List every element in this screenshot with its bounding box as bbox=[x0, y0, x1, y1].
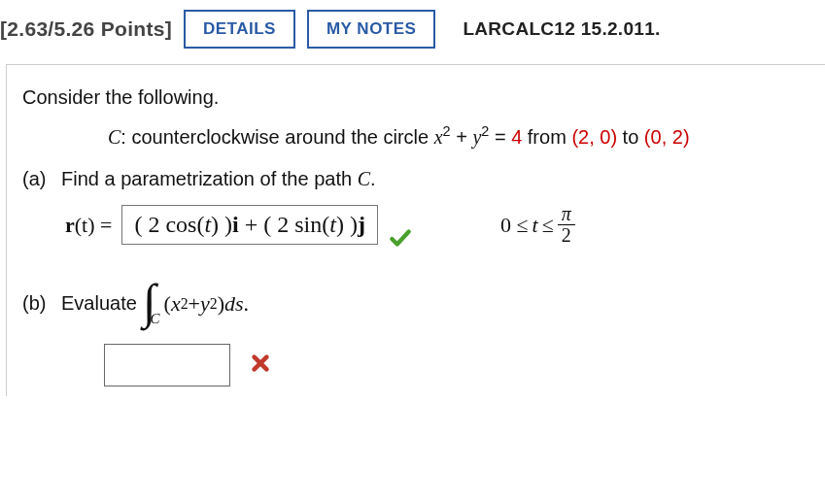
points-label: [2.63/5.26 Points] bbox=[0, 17, 172, 41]
range-mid: ≤ bbox=[542, 213, 554, 238]
integrand-x: x bbox=[171, 291, 181, 317]
part-a-label: (a) bbox=[22, 168, 61, 190]
integrand-open: ( bbox=[164, 291, 171, 317]
eq-rhs: 4 bbox=[511, 126, 522, 148]
from-text: from bbox=[522, 126, 571, 148]
range-fraction: π 2 bbox=[558, 204, 575, 246]
point-2: (0, 2) bbox=[644, 126, 690, 148]
part-b: (b) Evaluate ∫ C (x2 + y2) ds. bbox=[22, 286, 815, 320]
plus-1: + bbox=[451, 126, 473, 148]
part-b-text: Evaluate bbox=[61, 292, 137, 315]
of-t-equals: (t) = bbox=[75, 213, 113, 237]
integrand-y: y bbox=[200, 291, 210, 317]
integrand-close: ) bbox=[218, 291, 224, 317]
my-notes-button[interactable]: MY NOTES bbox=[307, 10, 435, 49]
answer-input-b[interactable] bbox=[104, 344, 230, 386]
part-a-c: C bbox=[358, 168, 370, 189]
ds: ds bbox=[224, 291, 244, 317]
var-y: y bbox=[472, 126, 481, 148]
point-1: (2, 0) bbox=[571, 126, 617, 148]
integral-subscript: C bbox=[151, 311, 160, 327]
t-range: 0 ≤ t ≤ π 2 bbox=[500, 204, 575, 246]
r-symbol: r bbox=[65, 213, 75, 237]
equals: = bbox=[489, 126, 511, 148]
prompt-intro: Consider the following. bbox=[22, 86, 815, 109]
r-of-t-label: r(t) = bbox=[65, 213, 112, 238]
integral-expression: ∫ C (x2 + y2) ds. bbox=[143, 286, 249, 320]
details-button[interactable]: DETAILS bbox=[184, 10, 295, 49]
to-text: to bbox=[617, 126, 644, 148]
range-prefix: 0 ≤ bbox=[500, 213, 529, 238]
var-x: x bbox=[434, 126, 443, 148]
curve-label: C bbox=[108, 126, 120, 148]
check-icon bbox=[388, 225, 413, 256]
part-a-text-suffix: . bbox=[370, 168, 376, 189]
question-source-reference: LARCALC12 15.2.011. bbox=[463, 18, 660, 40]
range-t: t bbox=[533, 213, 538, 238]
part-b-label: (b) bbox=[22, 292, 61, 315]
curve-description: C: counterclockwise around the circle x2… bbox=[108, 126, 815, 149]
period: . bbox=[244, 291, 250, 317]
part-a: (a) Find a parametrization of the path C… bbox=[22, 168, 815, 190]
x-icon bbox=[250, 353, 271, 379]
curve-desc-prefix: : counterclockwise around the circle bbox=[120, 126, 433, 148]
question-content: Consider the following. C: counterclockw… bbox=[6, 64, 825, 396]
range-num: π bbox=[558, 204, 575, 225]
part-a-text-prefix: Find a parametrization of the path bbox=[61, 168, 358, 189]
range-den: 2 bbox=[558, 225, 575, 246]
answer-input-a[interactable]: ( 2 cos(t) )i + ( 2 sin(t) )j bbox=[121, 205, 378, 245]
integrand-plus: + bbox=[189, 291, 200, 317]
